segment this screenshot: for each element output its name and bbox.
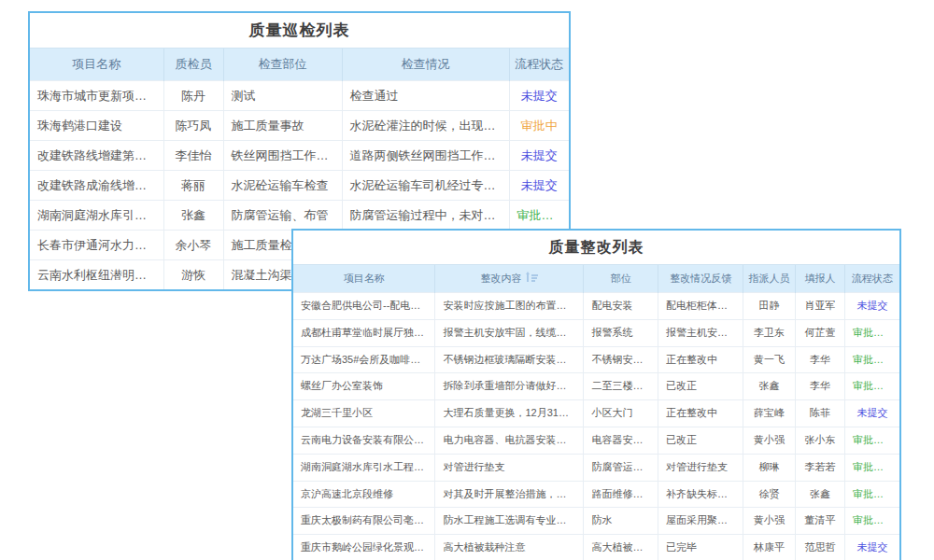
rectify-content-cell: 不锈钢边框玻璃隔断安装不牢... (435, 346, 584, 373)
project-name-link[interactable]: 京沪高速北京段维修 (293, 481, 435, 508)
rectify-content-cell: 报警主机安放牢固，线缆连接... (435, 319, 584, 346)
assignee-link[interactable]: 田静 (743, 293, 795, 320)
check-part-cell: 水泥砼运输车检查 (223, 171, 342, 201)
project-name-link[interactable]: 云南水利枢纽潜明水库... (30, 260, 163, 290)
part-cell: 高大植被栽种 (584, 535, 658, 560)
project-name-link[interactable]: 湖南洞庭湖水库引水工... (30, 201, 163, 231)
table-row: 龙湖三千里小区 大理石质量更换，12月31日之... 小区大门 正在整改中 薛宝… (293, 400, 899, 427)
project-name-link[interactable]: 湖南洞庭湖水库引水工程施工I标 (293, 454, 435, 481)
inspector-link[interactable]: 李佳怡 (163, 141, 223, 171)
status-badge: 审批通过 (845, 508, 899, 535)
reporter-link[interactable]: 肖亚军 (795, 293, 844, 320)
rectify-content-cell: 对其及时开展整治措施，桥头... (435, 481, 584, 508)
inspection-header-row: 项目名称 质检员 检查部位 检查情况 流程状态 (30, 49, 569, 81)
table-row: 珠海市城市更新项目紫... 陈丹 测试 检查通过 未提交 (30, 81, 569, 111)
assignee-link[interactable]: 张鑫 (743, 373, 795, 400)
project-name-link[interactable]: 珠海鹤港口建设 (30, 111, 163, 141)
assignee-link[interactable]: 薛宝峰 (743, 400, 795, 427)
feedback-cell: 已改正 (658, 373, 743, 400)
col-header-rectify-content[interactable]: 整改内容 (435, 265, 584, 293)
table-row: 螺丝厂办公室装饰 拆除到承重墙部分请做好加固... 二至三楼混... 已改正 张… (293, 373, 899, 400)
part-cell: 路面维修检... (584, 481, 658, 508)
col-header-check-part: 检查部位 (223, 49, 342, 81)
col-header-project: 项目名称 (30, 49, 163, 81)
check-situation-cell: 道路两侧铁丝网围挡工作按设计... (342, 141, 509, 171)
project-name-link[interactable]: 成都杜甫草堂临时展厅独立展... (293, 319, 435, 346)
assignee-link[interactable]: 李卫东 (743, 319, 795, 346)
part-cell: 防腐管运输... (584, 454, 658, 481)
assignee-link[interactable]: 林康平 (743, 535, 795, 560)
inspector-link[interactable]: 游恢 (163, 260, 223, 290)
assignee-link[interactable]: 徐贤 (743, 481, 795, 508)
sort-ascending-icon[interactable] (525, 273, 538, 283)
check-part-cell: 防腐管运输、布管 (223, 201, 342, 231)
reporter-link[interactable]: 董清平 (795, 508, 844, 535)
assignee-link[interactable]: 黄小强 (743, 427, 795, 454)
status-badge: 审批中 (509, 111, 569, 141)
check-part-cell: 施工质量事故 (223, 111, 342, 141)
project-name-link[interactable]: 安徽合肥供电公司--配电设备... (293, 293, 435, 320)
reporter-link[interactable]: 范思哲 (795, 535, 844, 560)
assignee-link[interactable]: 黄一飞 (743, 346, 795, 373)
table-row: 湖南洞庭湖水库引水工程施工I标 对管进行垫支 防腐管运输... 对管进行垫支 柳… (293, 454, 899, 481)
col-header-assignee: 指派人员 (743, 265, 795, 293)
project-name-link[interactable]: 重庆太极制药有限公司亳州中... (293, 508, 435, 535)
reporter-link[interactable]: 李华 (795, 373, 844, 400)
reporter-link[interactable]: 李华 (795, 346, 844, 373)
status-badge: 未提交 (509, 171, 569, 201)
project-name-link[interactable]: 重庆市鹅岭公园绿化景观提升... (293, 535, 435, 560)
assignee-link[interactable]: 柳琳 (743, 454, 795, 481)
project-name-link[interactable]: 长春市伊通河水力发电... (30, 231, 163, 260)
inspector-link[interactable]: 张鑫 (163, 201, 223, 231)
table-row: 云南电力设备安装有限公司20... 电力电容器、电抗器安装方案,... 电容器安… (293, 427, 899, 454)
rectification-table: 项目名称 整改内容 部位 整改情况反馈 指派人员 填报人 流程状态 安徽合肥供电… (293, 264, 899, 560)
inspector-link[interactable]: 余小琴 (163, 231, 223, 260)
rectify-content-cell: 对管进行垫支 (435, 454, 584, 481)
check-situation-cell: 防腐管运输过程中，未对管进行... (342, 201, 509, 231)
part-cell: 防水 (584, 508, 658, 535)
status-badge: 审批通过 (509, 201, 569, 231)
check-situation-cell: 检查通过 (342, 81, 509, 111)
project-name-link[interactable]: 龙湖三千里小区 (293, 400, 435, 427)
status-badge: 未提交 (845, 400, 899, 427)
rectification-table-title: 质量整改列表 (293, 231, 899, 264)
assignee-link[interactable]: 黄小强 (743, 508, 795, 535)
project-name-link[interactable]: 改建铁路成渝线增建第... (30, 171, 163, 201)
project-name-link[interactable]: 万达广场35#会所及咖啡厅空... (293, 346, 435, 373)
status-badge: 审批通过 (845, 373, 899, 400)
table-row: 成都杜甫草堂临时展厅独立展... 报警主机安放牢固，线缆连接... 报警系统 报… (293, 319, 899, 346)
feedback-cell: 已改正 (658, 427, 743, 454)
reporter-link[interactable]: 张小东 (795, 427, 844, 454)
project-name-link[interactable]: 螺丝厂办公室装饰 (293, 373, 435, 400)
reporter-link[interactable]: 陈菲 (795, 400, 844, 427)
inspector-link[interactable]: 陈巧凤 (163, 111, 223, 141)
col-header-flow-status: 流程状态 (509, 49, 569, 81)
rectify-content-cell: 安装时应按施工图的布置，将... (435, 293, 584, 320)
reporter-link[interactable]: 李若若 (795, 454, 844, 481)
part-cell: 小区大门 (584, 400, 658, 427)
inspection-table-title: 质量巡检列表 (30, 13, 569, 48)
reporter-link[interactable]: 何芷萱 (795, 319, 844, 346)
rectify-content-cell: 大理石质量更换，12月31日之... (435, 400, 584, 427)
feedback-cell: 配电柜柜体与... (658, 293, 743, 320)
part-cell: 电容器安装... (584, 427, 658, 454)
table-row: 安徽合肥供电公司--配电设备... 安装时应按施工图的布置，将... 配电安装 … (293, 293, 899, 320)
status-badge: 审批通过 (845, 454, 899, 481)
inspector-link[interactable]: 陈丹 (163, 81, 223, 111)
rectify-content-cell: 高大植被栽种注意 (435, 535, 584, 560)
project-name-link[interactable]: 改建铁路线增建第二线... (30, 141, 163, 171)
reporter-link[interactable]: 张鑫 (795, 481, 844, 508)
status-badge: 审批通过 (845, 481, 899, 508)
table-row: 万达广场35#会所及咖啡厅空... 不锈钢边框玻璃隔断安装不牢... 不锈钢安装… (293, 346, 899, 373)
feedback-cell: 补齐缺失标志... (658, 481, 743, 508)
rectify-content-cell: 电力电容器、电抗器安装方案,... (435, 427, 584, 454)
table-row: 改建铁路成渝线增建第... 蒋丽 水泥砼运输车检查 水泥砼运输车司机经过专门培训… (30, 171, 569, 201)
col-header-part: 部位 (584, 265, 658, 293)
project-name-link[interactable]: 云南电力设备安装有限公司20... (293, 427, 435, 454)
rectify-content-cell: 拆除到承重墙部分请做好加固... (435, 373, 584, 400)
inspector-link[interactable]: 蒋丽 (163, 171, 223, 201)
status-badge: 审批通过 (845, 346, 899, 373)
rectify-content-cell: 防水工程施工选调有专业资质... (435, 508, 584, 535)
project-name-link[interactable]: 珠海市城市更新项目紫... (30, 81, 163, 111)
status-badge: 未提交 (509, 141, 569, 171)
